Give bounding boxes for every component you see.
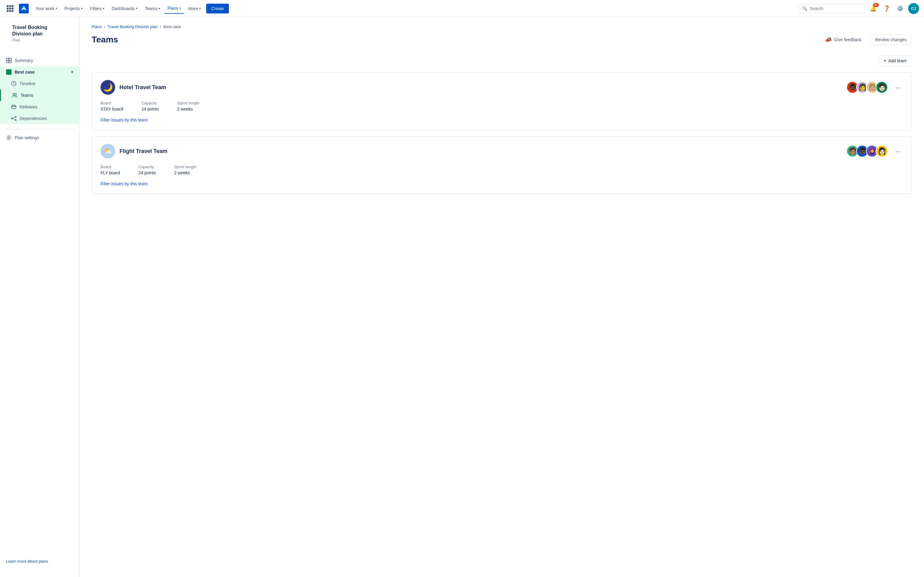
- sidebar-item-timeline[interactable]: Timeline: [0, 78, 79, 89]
- feedback-label: Give feedback: [834, 37, 862, 42]
- nav-plans-chevron: ▾: [179, 6, 181, 10]
- hotel-sprint-group: Sprint length 2 weeks: [177, 101, 200, 111]
- nav-projects-chevron: ▾: [81, 7, 82, 10]
- sidebar-item-releases[interactable]: Releases: [0, 101, 79, 113]
- grid-menu-button[interactable]: [5, 3, 15, 14]
- sidebar-item-plan-settings[interactable]: Plan settings: [0, 132, 79, 143]
- sidebar-item-teams[interactable]: Teams: [0, 89, 79, 101]
- nav-filters-label: Filters: [90, 6, 102, 11]
- hotel-team-icon: 🌙: [100, 80, 115, 95]
- hotel-card-right: 👨🏿 👩 👩🏼 🧑🏻 ···: [846, 81, 903, 93]
- flight-team-icon: ⛅: [100, 144, 115, 158]
- flight-sprint-value: 2 weeks: [174, 170, 197, 175]
- search-icon: 🔍: [802, 6, 807, 11]
- sidebar-plan-name: Travel Booking Division plan: [6, 24, 73, 37]
- hotel-team-avatars: 👨🏿 👩 👩🏼 🧑🏻: [846, 81, 888, 93]
- svg-rect-1: [6, 58, 8, 60]
- add-team-button[interactable]: + Add team: [879, 55, 912, 66]
- sidebar-item-summary[interactable]: Summary: [0, 55, 79, 66]
- flight-team-emoji: ⛅: [103, 147, 113, 156]
- sidebar-summary-label: Summary: [15, 58, 33, 63]
- svg-point-7: [15, 93, 16, 95]
- breadcrumb-sep-2: /: [160, 24, 162, 29]
- teams-icon: [12, 92, 18, 98]
- sidebar-item-dependencies[interactable]: Dependencies: [0, 113, 79, 124]
- learn-more-link[interactable]: Learn more about plans: [6, 559, 48, 564]
- nav-projects[interactable]: Projects ▾: [61, 4, 86, 13]
- svg-point-10: [15, 116, 16, 118]
- flight-filter-link[interactable]: Filter issues by this team: [100, 181, 148, 186]
- page-title: Teams: [92, 35, 118, 45]
- teams-list: 🌙 Hotel Travel Team 👨🏿 👩 👩🏼 🧑🏻 ···: [92, 73, 912, 194]
- flight-board-group: Board FLY board: [100, 164, 120, 175]
- nav-filters[interactable]: Filters ▾: [87, 4, 107, 13]
- nav-your-work-label: Your work: [36, 6, 54, 11]
- notification-badge: 9+: [873, 3, 879, 7]
- feedback-icon: 📣: [825, 36, 832, 43]
- dependencies-icon: [11, 116, 16, 121]
- team-card-title-flight: ⛅ Flight Travel Team: [100, 144, 168, 158]
- help-button[interactable]: ❓: [881, 3, 892, 14]
- topnav-right: 🔍 🔔 9+ ❓ ⚙️ CJ: [798, 3, 919, 14]
- nav-more-label: More: [188, 6, 198, 11]
- nav-dashboards-label: Dashboards: [111, 6, 135, 11]
- nav-teams[interactable]: Teams ▾: [142, 4, 163, 13]
- notifications-button[interactable]: 🔔 9+: [868, 3, 879, 14]
- page-header: Teams 📣 Give feedback Review changes: [92, 34, 912, 45]
- flight-team-name: Flight Travel Team: [120, 148, 168, 155]
- breadcrumb-plans[interactable]: Plans: [92, 24, 102, 29]
- svg-rect-2: [9, 58, 11, 60]
- breadcrumb: Plans / Travel Booking Division plan / B…: [92, 24, 912, 29]
- team-card-header-hotel: 🌙 Hotel Travel Team 👨🏿 👩 👩🏼 🧑🏻 ···: [100, 80, 903, 95]
- sidebar: Travel Booking Division plan Plan Summar…: [0, 17, 79, 577]
- sidebar-best-case[interactable]: Best case ▾: [0, 66, 79, 78]
- layout: Travel Booking Division plan Plan Summar…: [0, 17, 924, 577]
- settings-button[interactable]: ⚙️: [895, 3, 906, 14]
- hotel-filter-link[interactable]: Filter issues by this team: [100, 118, 148, 122]
- search-box[interactable]: 🔍: [798, 4, 865, 13]
- hotel-capacity-label: Capacity: [142, 101, 159, 105]
- sidebar-releases-label: Releases: [19, 105, 37, 109]
- flight-team-avatars: 🧑🏽 👨🏿 🧕 👩🏻: [846, 145, 888, 157]
- hotel-team-name: Hotel Travel Team: [120, 84, 166, 91]
- best-case-icon: [6, 69, 11, 75]
- main-content: Plans / Travel Booking Division plan / B…: [79, 17, 924, 577]
- hotel-board-value: STAY board: [100, 106, 123, 111]
- sidebar-best-case-label: Best case: [15, 69, 34, 74]
- nav-your-work[interactable]: Your work ▾: [32, 4, 60, 13]
- nav-more-chevron: ▾: [199, 7, 201, 10]
- nav-teams-label: Teams: [145, 6, 157, 11]
- nav-projects-label: Projects: [65, 6, 80, 11]
- user-avatar[interactable]: CJ: [908, 3, 919, 14]
- flight-capacity-group: Capacity 24 points: [139, 164, 156, 175]
- add-team-label: Add team: [888, 58, 906, 63]
- flight-team-more-button[interactable]: ···: [893, 147, 903, 156]
- header-actions: 📣 Give feedback Review changes: [820, 34, 912, 45]
- flight-board-label: Board: [100, 164, 120, 169]
- svg-point-11: [15, 119, 16, 121]
- sidebar-footer: Learn more about plans: [0, 553, 79, 570]
- hotel-capacity-value: 24 points: [142, 106, 159, 111]
- hotel-board-label: Board: [100, 101, 123, 105]
- timeline-icon: [11, 81, 16, 86]
- hotel-team-more-button[interactable]: ···: [893, 83, 903, 92]
- hotel-avatar-4: 🧑🏻: [876, 81, 888, 93]
- best-case-chevron: ▾: [71, 70, 73, 74]
- flight-sprint-label: Sprint length: [174, 164, 197, 169]
- feedback-button[interactable]: 📣 Give feedback: [820, 34, 867, 45]
- breadcrumb-plan[interactable]: Travel Booking Division plan: [108, 24, 158, 29]
- search-input[interactable]: [810, 6, 861, 11]
- nav-filters-chevron: ▾: [103, 7, 104, 10]
- sidebar-timeline-label: Timeline: [19, 81, 36, 86]
- review-changes-button[interactable]: Review changes: [870, 34, 912, 45]
- nav-more[interactable]: More ▾: [185, 4, 204, 13]
- hotel-capacity-group: Capacity 24 points: [142, 101, 159, 111]
- hotel-sprint-label: Sprint length: [177, 101, 200, 105]
- team-card-header-flight: ⛅ Flight Travel Team 🧑🏽 👨🏿 🧕 👩🏻 ···: [100, 144, 903, 158]
- hotel-team-meta: Board STAY board Capacity 24 points Spri…: [100, 101, 903, 111]
- logo[interactable]: [19, 4, 29, 13]
- nav-plans[interactable]: Plans ▾: [165, 3, 184, 14]
- nav-dashboards[interactable]: Dashboards ▾: [108, 4, 141, 13]
- hotel-sprint-value: 2 weeks: [177, 106, 200, 111]
- create-button[interactable]: Create: [206, 4, 229, 13]
